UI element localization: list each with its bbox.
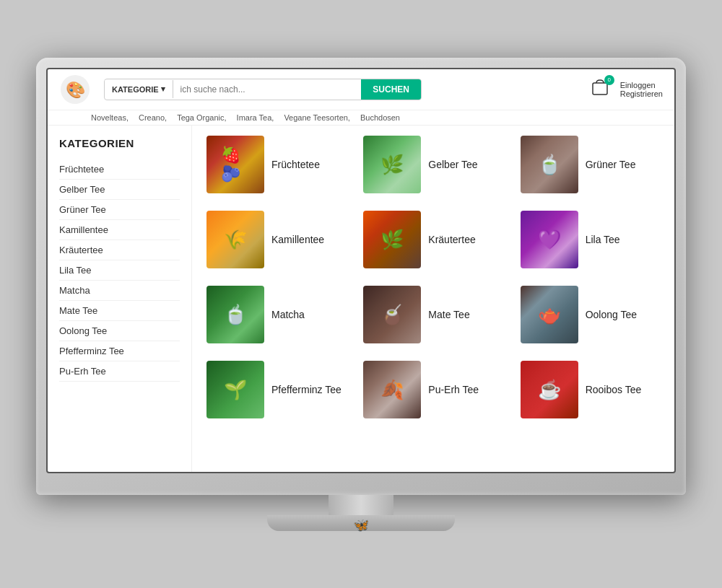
category-card-mate-tee[interactable]: Mate Tee: [360, 283, 505, 346]
sidebar-item-pu-erh-tee[interactable]: Pu-Erh Tee: [59, 361, 180, 382]
nav-item-creano[interactable]: Creano,: [139, 113, 167, 122]
category-label-pu-erh-tee: Pu-Erh Tee: [428, 384, 479, 395]
logo[interactable]: 🎨: [59, 74, 91, 105]
search-input[interactable]: [173, 80, 362, 99]
category-img-pu-erh-tee: [363, 361, 421, 418]
nav-item-novelteas[interactable]: Novelteas,: [91, 113, 129, 122]
category-img-kraeutertee: [363, 211, 421, 268]
sidebar-item-mate-tee[interactable]: Mate Tee: [59, 301, 180, 321]
category-card-kamillentee[interactable]: Kamillentee: [204, 208, 349, 271]
monitor-logo-icon: 🦋: [353, 517, 369, 533]
category-card-matcha[interactable]: Matcha: [204, 283, 349, 346]
header: 🎨 KATEGORIE ▾ SUCHEN: [48, 69, 674, 110]
category-img-lila-tee: [521, 211, 578, 268]
category-img-fruechtetee: [206, 136, 264, 193]
sidebar-item-gruener-tee[interactable]: Grüner Tee: [59, 200, 180, 220]
category-label-mate-tee: Mate Tee: [428, 309, 469, 320]
nav-item-imara[interactable]: Imara Tea,: [237, 113, 274, 122]
category-img-mate-tee: [363, 286, 421, 343]
sidebar-item-kamillentee[interactable]: Kamillentee: [59, 220, 180, 240]
nav-bar: Novelteas, Creano, Tega Organic, Imara T…: [48, 110, 674, 126]
category-img-oolong-tee: [521, 286, 578, 343]
category-card-kraeutertee[interactable]: Kräutertee: [360, 208, 505, 271]
nav-item-vegane[interactable]: Vegane Teesorten,: [284, 113, 350, 122]
registrieren-link[interactable]: Registrieren: [620, 89, 663, 98]
category-img-pfefferminz-tee: [206, 361, 264, 418]
main-content: Früchtetee Gelber Tee Grüner Tee: [192, 126, 674, 472]
einloggen-link[interactable]: Einloggen: [620, 81, 663, 89]
sidebar: KATEGORIEN Früchtetee Gelber Tee Grüner …: [48, 126, 192, 472]
monitor-wrapper: 🎨 KATEGORIE ▾ SUCHEN: [36, 58, 686, 531]
nav-item-tega[interactable]: Tega Organic,: [177, 113, 226, 122]
cart-badge: 0: [604, 75, 614, 85]
category-img-kamillentee: [206, 211, 264, 268]
category-card-fruechtetee[interactable]: Früchtetee: [204, 133, 349, 196]
suchen-button[interactable]: SUCHEN: [361, 79, 421, 100]
category-label-kraeutertee: Kräutertee: [428, 234, 475, 245]
cart-button[interactable]: 0: [590, 78, 610, 101]
kategorie-dropdown[interactable]: KATEGORIE ▾: [105, 80, 173, 98]
screen: 🎨 KATEGORIE ▾ SUCHEN: [46, 68, 676, 473]
sidebar-item-kraeutertee[interactable]: Kräutertee: [59, 240, 180, 260]
category-label-kamillentee: Kamillentee: [271, 234, 324, 245]
monitor-stand-neck: [329, 495, 393, 515]
category-img-matcha: [206, 286, 264, 343]
category-img-gelber-tee: [363, 136, 421, 193]
svg-text:🎨: 🎨: [66, 80, 86, 100]
auth-links[interactable]: Einloggen Registrieren: [620, 81, 663, 98]
category-card-rooibos-tee[interactable]: Rooibos Tee: [518, 358, 663, 421]
category-label-pfefferminz-tee: Pfefferminz Tee: [271, 384, 342, 395]
sidebar-item-pfefferminz-tee[interactable]: Pfefferminz Tee: [59, 341, 180, 361]
category-label-fruechtetee: Früchtetee: [271, 159, 320, 170]
category-label-gelber-tee: Gelber Tee: [428, 159, 477, 170]
category-card-gelber-tee[interactable]: Gelber Tee: [360, 133, 505, 196]
categories-grid: Früchtetee Gelber Tee Grüner Tee: [204, 133, 663, 421]
header-right: 0 Einloggen Registrieren: [590, 78, 663, 101]
monitor-stand-base: 🦋: [267, 515, 455, 531]
category-label-oolong-tee: Oolong Tee: [586, 309, 637, 320]
sidebar-item-gelber-tee[interactable]: Gelber Tee: [59, 180, 180, 200]
sidebar-title: KATEGORIEN: [59, 137, 180, 149]
category-label-gruener-tee: Grüner Tee: [586, 159, 636, 170]
svg-rect-2: [593, 83, 607, 95]
category-card-gruener-tee[interactable]: Grüner Tee: [518, 133, 663, 196]
body-layout: KATEGORIEN Früchtetee Gelber Tee Grüner …: [48, 126, 674, 472]
chevron-down-icon: ▾: [161, 84, 165, 94]
category-card-oolong-tee[interactable]: Oolong Tee: [518, 283, 663, 346]
category-label-rooibos-tee: Rooibos Tee: [586, 384, 642, 395]
category-card-pfefferminz-tee[interactable]: Pfefferminz Tee: [204, 358, 349, 421]
search-bar: KATEGORIE ▾ SUCHEN: [104, 79, 422, 100]
category-img-gruener-tee: [521, 136, 578, 193]
category-card-pu-erh-tee[interactable]: Pu-Erh Tee: [360, 358, 505, 421]
category-label-matcha: Matcha: [271, 309, 305, 320]
monitor-frame: 🎨 KATEGORIE ▾ SUCHEN: [36, 58, 686, 495]
category-card-lila-tee[interactable]: Lila Tee: [518, 208, 663, 271]
nav-item-buchdosen[interactable]: Buchdosen: [360, 113, 400, 122]
sidebar-item-oolong-tee[interactable]: Oolong Tee: [59, 321, 180, 341]
monitor-logo: 🦋: [343, 518, 379, 532]
sidebar-item-matcha[interactable]: Matcha: [59, 281, 180, 301]
category-label-lila-tee: Lila Tee: [586, 234, 620, 245]
sidebar-item-lila-tee[interactable]: Lila Tee: [59, 260, 180, 281]
category-img-rooibos-tee: [521, 361, 578, 418]
sidebar-item-fruechtetee[interactable]: Früchtetee: [59, 159, 180, 180]
